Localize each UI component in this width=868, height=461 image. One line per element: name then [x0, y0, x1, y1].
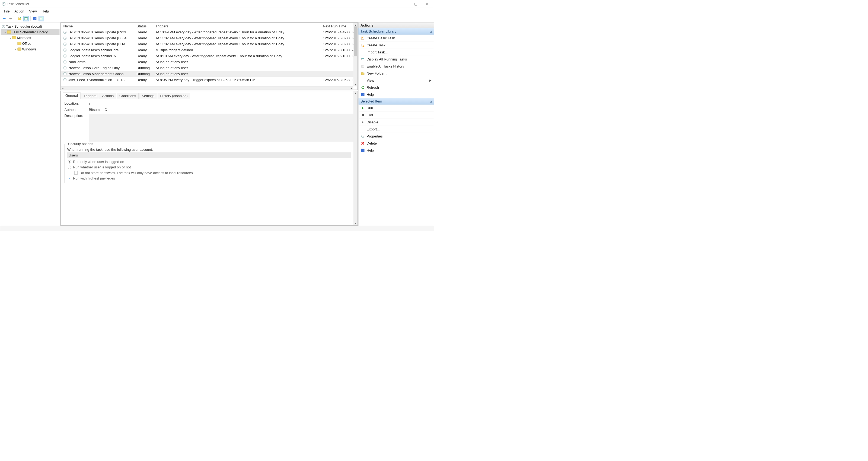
action-properties[interactable]: Properties [359, 133, 434, 140]
blank-icon [361, 50, 365, 54]
col-status[interactable]: Status [134, 24, 154, 28]
menubar: File Action View Help [0, 8, 434, 15]
menu-file[interactable]: File [4, 9, 10, 13]
task-row[interactable]: EPSON XP-410 Series Update {6923...Ready… [61, 29, 358, 35]
scroll-down-icon[interactable]: ▾ [353, 83, 358, 86]
horizontal-scrollbar[interactable]: ◂▸ [61, 87, 353, 90]
chevron-down-icon: ⌄ [9, 36, 12, 39]
col-next[interactable]: Next Run Time [321, 24, 358, 28]
task-next-run: 12/6/2015 5:02:00 P [321, 42, 358, 47]
tab-triggers[interactable]: Triggers [81, 93, 99, 99]
task-next-run: 12/6/2015 8:05:38 P [321, 78, 358, 82]
action-disable[interactable]: Disable [359, 119, 434, 126]
task-row[interactable]: ParkControlReadyAt log on of any user [61, 59, 358, 65]
action-delete[interactable]: Delete [359, 140, 434, 147]
toolbar-help-button[interactable]: ? [32, 16, 38, 22]
radio-icon [68, 166, 71, 169]
actions-section-selected[interactable]: Selected Item ▴ [359, 98, 434, 105]
location-label: Location: [65, 101, 89, 106]
action-label: Properties [367, 134, 383, 139]
opt-logged-off[interactable]: Run whether user is logged on or not [68, 165, 351, 170]
tree-windows[interactable]: › Windows [1, 47, 60, 52]
toolbar-folder-button[interactable] [17, 16, 22, 22]
action-help[interactable]: ?Help [359, 147, 434, 154]
opt-no-password[interactable]: Do not store password. The task will onl… [74, 171, 351, 175]
svg-rect-1 [4, 18, 6, 19]
action-create-task[interactable]: Create Task... [359, 42, 434, 49]
checkbox-icon [74, 171, 78, 174]
opt-logged-on[interactable]: Run only when user is logged on [68, 160, 351, 164]
action-run[interactable]: Run [359, 105, 434, 112]
author-value: Bitsum LLC [89, 107, 107, 112]
actions-section-library[interactable]: Task Scheduler Library ▴ [359, 28, 434, 35]
menu-view[interactable]: View [29, 9, 37, 13]
action-import-task[interactable]: Import Task... [359, 49, 434, 56]
folder-icon [18, 48, 22, 51]
vertical-scrollbar[interactable]: ▴ ▾ [353, 91, 358, 225]
opt-highest-priv[interactable]: Run with highest privileges [68, 176, 351, 181]
refresh-icon [361, 85, 365, 89]
task-row[interactable]: GoogleUpdateTaskMachineCoreReadyMultiple… [61, 47, 358, 53]
task-next-run: 12/6/2015 5:10:00 P [321, 54, 358, 58]
close-button[interactable]: ✕ [425, 2, 430, 6]
maximize-button[interactable]: ▢ [413, 2, 418, 6]
task-row[interactable]: Process Lasso Management Conso...Running… [61, 71, 358, 77]
tab-actions[interactable]: Actions [99, 93, 116, 99]
action-label: New Folder... [367, 71, 388, 76]
svg-rect-5 [25, 18, 28, 18]
svg-text:?: ? [34, 18, 36, 20]
col-triggers[interactable]: Triggers [154, 24, 321, 28]
clock-icon [63, 55, 67, 58]
task-row[interactable]: EPSON XP-410 Series Update {FDA...ReadyA… [61, 41, 358, 47]
action-label: Export... [367, 127, 380, 131]
toolbar-pane-button[interactable] [23, 16, 29, 22]
task-row[interactable]: EPSON XP-410 Series Update {B334...Ready… [61, 35, 358, 41]
action-help[interactable]: ?Help [359, 91, 434, 98]
vertical-scrollbar[interactable]: ▴ ▾ [353, 23, 358, 87]
task-row[interactable]: User_Feed_Synchronization-{97F13ReadyAt … [61, 77, 358, 83]
menu-action[interactable]: Action [14, 9, 24, 13]
svg-point-23 [363, 45, 365, 47]
action-label: Create Task... [367, 43, 389, 48]
action-label: Create Basic Task... [367, 36, 398, 40]
help-icon: ? [361, 92, 365, 96]
task-row[interactable]: GoogleUpdateTaskMachineUAReadyAt 8:10 AM… [61, 53, 358, 59]
tab-settings[interactable]: Settings [139, 93, 157, 99]
toolbar-actions-pane-button[interactable] [39, 16, 44, 22]
action-export[interactable]: Export... [359, 126, 434, 133]
scroll-up-icon[interactable]: ▴ [353, 92, 358, 95]
scroll-up-icon[interactable]: ▴ [353, 24, 358, 27]
task-status: Ready [134, 36, 154, 40]
task-name: ParkControl [68, 60, 87, 64]
tab-general[interactable]: General [63, 93, 81, 99]
svg-rect-3 [18, 18, 21, 20]
task-trigger: At log on of any user [154, 72, 321, 76]
action-display-all-running-tasks[interactable]: Display All Running Tasks [359, 56, 434, 63]
action-new-folder[interactable]: New Folder... [359, 70, 434, 77]
action-end[interactable]: End [359, 112, 434, 119]
task-status: Ready [134, 42, 154, 47]
tree-microsoft[interactable]: ⌄ Microsoft [1, 35, 60, 41]
tree-office[interactable]: Office [1, 41, 60, 47]
action-enable-all-tasks-history[interactable]: Enable All Tasks History [359, 63, 434, 70]
back-button[interactable] [2, 16, 7, 22]
forward-button[interactable] [8, 16, 13, 22]
col-name[interactable]: Name [61, 24, 134, 28]
task-row[interactable]: Process Lasso Core Engine OnlyRunningAt … [61, 65, 358, 71]
task-status: Ready [134, 60, 154, 64]
minimize-button[interactable]: — [402, 2, 407, 6]
description-input[interactable] [89, 114, 354, 142]
action-view[interactable]: View▶ [359, 77, 434, 84]
tab-history[interactable]: History (disabled) [158, 93, 190, 99]
scroll-down-icon[interactable]: ▾ [353, 222, 358, 225]
task-trigger: At log on of any user [154, 66, 321, 70]
collapse-icon: ▴ [430, 99, 432, 103]
tab-conditions[interactable]: Conditions [117, 93, 138, 99]
tree-root[interactable]: Task Scheduler (Local) [1, 24, 60, 29]
action-create-basic-task[interactable]: Create Basic Task... [359, 35, 434, 42]
action-refresh[interactable]: Refresh [359, 84, 434, 91]
task-grid: Name Status Triggers Next Run Time EPSON… [61, 23, 358, 90]
menu-help[interactable]: Help [42, 9, 49, 13]
enable-icon [361, 64, 365, 68]
tree-library[interactable]: ⌄ Task Scheduler Library [1, 29, 60, 35]
